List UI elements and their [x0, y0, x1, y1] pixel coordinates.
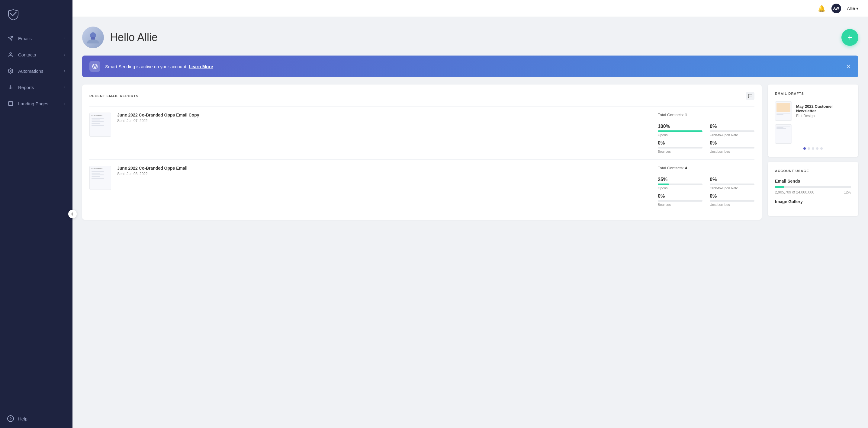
chart-icon	[7, 84, 14, 91]
stat-unsubscribes: 0% Unsubscribes	[710, 140, 754, 153]
dashboard-columns: RECENT EMAIL REPORTS BENCHMARK	[82, 85, 858, 220]
gear-icon	[7, 68, 14, 74]
stat-click-to-open: 0% Click-to-Open Rate	[710, 177, 754, 190]
email-drafts-card: EMAIL DRAFTS May 2022 Customer Newslette…	[768, 85, 858, 157]
draft-item	[775, 124, 851, 144]
smart-sending-icon	[89, 61, 100, 72]
smart-sending-banner: Smart Sending is active on your account.…	[82, 56, 858, 77]
report-thumbnail: BENCHMARK	[89, 166, 111, 190]
stat-click-to-open: 0% Click-to-Open Rate	[710, 124, 754, 137]
sidebar-item-contacts[interactable]: Contacts ›	[0, 46, 72, 63]
report-name: June 2022 Co-Branded Opps Email	[117, 166, 652, 170]
message-icon[interactable]	[746, 92, 754, 100]
sidebar-nav: Emails › Contacts › Automations ›	[0, 30, 72, 409]
report-info: June 2022 Co-Branded Opps Email Sent: Ju…	[117, 166, 652, 176]
draft-thumbnail	[775, 101, 792, 121]
topbar-right: 🔔 AW Allie ▾	[818, 4, 858, 13]
opens-bar	[658, 184, 703, 185]
stat-opens: 25% Opens	[658, 177, 703, 190]
email-sends-bar-fill	[775, 186, 784, 188]
sidebar-item-label: Emails	[18, 36, 64, 41]
carousel-dot[interactable]	[820, 147, 823, 150]
user-menu[interactable]: Allie ▾	[847, 6, 858, 11]
sidebar-item-landing-pages[interactable]: Landing Pages ›	[0, 95, 72, 112]
draft-thumbnail	[775, 124, 792, 144]
sidebar-item-emails[interactable]: Emails ›	[0, 30, 72, 46]
sidebar: Emails › Contacts › Automations ›	[0, 0, 72, 428]
sidebar-bottom: ? Help	[0, 409, 72, 428]
usage-info: 2,905,709 of 24,000,000 12%	[775, 190, 851, 194]
report-info: June 2022 Co-Branded Opps Email Copy Sen…	[117, 112, 652, 123]
user-avatar: AW	[832, 4, 841, 13]
help-icon: ?	[7, 415, 14, 422]
carousel-dot[interactable]	[812, 147, 814, 150]
bounces-bar	[658, 200, 703, 202]
opens-label: Opens	[658, 186, 703, 190]
stat-unsubscribes: 0% Unsubscribes	[710, 194, 754, 206]
unsub-bar	[710, 200, 754, 202]
opens-value: 25%	[658, 177, 703, 182]
report-stats: Total Contacts: 4 25% Opens	[658, 166, 754, 206]
banner-learn-more-link[interactable]: Learn More	[189, 64, 213, 69]
sidebar-item-automations[interactable]: Automations ›	[0, 63, 72, 79]
carousel-dot[interactable]	[808, 147, 810, 150]
cto-bar	[710, 184, 754, 185]
card-title: RECENT EMAIL REPORTS	[89, 94, 138, 98]
stat-contacts: Total Contacts: 1	[658, 112, 754, 117]
chevron-right-icon: ›	[64, 69, 65, 73]
unsub-value: 0%	[710, 194, 754, 199]
sidebar-item-label: Contacts	[18, 52, 64, 57]
draft-info: May 2022 Customer Newsletter Edit Design	[796, 104, 851, 118]
bounces-label: Bounces	[658, 150, 703, 153]
draft-edit-link[interactable]: Edit Design	[796, 114, 851, 118]
carousel-dot[interactable]	[816, 147, 818, 150]
draft-name: May 2022 Customer Newsletter	[796, 104, 851, 113]
opens-bar-fill	[658, 184, 669, 185]
card-header: ACCOUNT USAGE	[775, 169, 851, 173]
report-item: BENCHMARK June 2022 Co-Branded Opps Emai…	[89, 159, 754, 212]
opens-value: 100%	[658, 124, 703, 129]
cto-label: Click-to-Open Rate	[710, 186, 754, 190]
carousel-dot[interactable]	[803, 147, 806, 150]
chevron-right-icon: ›	[64, 36, 65, 40]
svg-rect-11	[91, 37, 95, 39]
card-header: EMAIL DRAFTS	[775, 92, 851, 95]
contacts-count: 1	[685, 112, 687, 117]
collapse-sidebar-button[interactable]	[68, 210, 77, 218]
chevron-right-icon: ›	[64, 85, 65, 89]
image-gallery-usage: Image Gallery	[775, 199, 851, 204]
stat-opens: 100% Opens	[658, 124, 703, 137]
banner-left: Smart Sending is active on your account.…	[89, 61, 213, 72]
help-link[interactable]: ? Help	[7, 415, 65, 422]
sidebar-item-reports[interactable]: Reports ›	[0, 79, 72, 95]
add-button[interactable]: +	[841, 29, 858, 46]
bounces-value: 0%	[658, 140, 703, 146]
reports-column: RECENT EMAIL REPORTS BENCHMARK	[82, 85, 762, 220]
email-sends-usage: Email Sends 2,905,709 of 24,000,000 12%	[775, 179, 851, 194]
cto-bar	[710, 130, 754, 132]
sidebar-item-label: Landing Pages	[18, 101, 64, 106]
banner-close-button[interactable]: ✕	[846, 63, 851, 70]
chevron-right-icon: ›	[64, 53, 65, 57]
usage-used-of-total: 2,905,709 of 24,000,000	[775, 190, 814, 194]
send-icon	[7, 35, 14, 42]
chevron-right-icon: ›	[64, 101, 65, 106]
account-usage-card: ACCOUNT USAGE Email Sends 2,905,709 of 2…	[768, 162, 858, 216]
bounces-label: Bounces	[658, 203, 703, 206]
stat-bounces: 0% Bounces	[658, 194, 703, 206]
report-item: BENCHMARK June 2022 Co-Branded Opps Emai…	[89, 106, 754, 159]
report-stats: Total Contacts: 1 100% Opens	[658, 112, 754, 153]
opens-label: Opens	[658, 133, 703, 137]
stat-bounces: 0% Bounces	[658, 140, 703, 153]
page-header: Hello Allie +	[82, 27, 858, 48]
page-title: Hello Allie	[110, 31, 158, 44]
notification-bell-icon[interactable]: 🔔	[818, 5, 826, 12]
chevron-down-icon: ▾	[856, 6, 858, 11]
carousel-dots	[775, 147, 851, 150]
report-date: Sent: Jun 07, 2022	[117, 119, 652, 123]
cto-value: 0%	[710, 124, 754, 129]
user-initials: AW	[833, 6, 839, 10]
side-column: EMAIL DRAFTS May 2022 Customer Newslette…	[768, 85, 858, 216]
email-sends-bar	[775, 186, 851, 188]
draft-item: May 2022 Customer Newsletter Edit Design	[775, 101, 851, 121]
